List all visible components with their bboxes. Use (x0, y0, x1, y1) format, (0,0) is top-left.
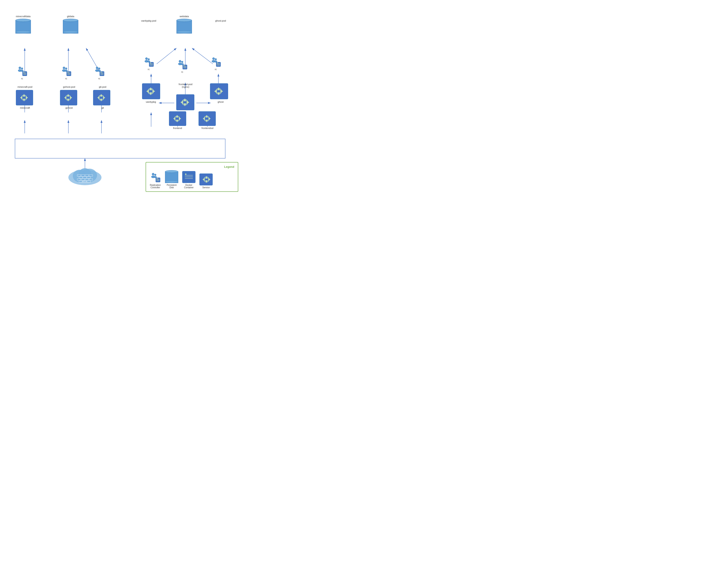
svg-marker-62 (97, 96, 100, 99)
svg-point-83 (217, 62, 218, 63)
webdata-label: webdata (180, 15, 189, 18)
minecraft-rc-icon (16, 66, 28, 77)
gohost-pod-label: gohost-pod (59, 86, 79, 88)
minecraft-svc-label: minecraft (15, 106, 35, 109)
svg-marker-57 (64, 96, 66, 99)
legend-rc-icon (149, 172, 161, 183)
svg-marker-99 (214, 89, 217, 93)
vanitypkg-pod-box (142, 83, 160, 99)
vanitypkg-rc-icon (143, 57, 155, 67)
gohost-rc-label: rc (65, 77, 67, 80)
legend-item-container: DockerContainer (182, 171, 196, 189)
svg-marker-95 (153, 89, 155, 93)
svg-marker-63 (103, 96, 105, 99)
gohost-rc-icon (60, 66, 72, 77)
cloud-icon (65, 161, 105, 187)
svg-point-41 (67, 72, 68, 72)
svg-marker-110 (179, 117, 181, 120)
svg-point-35 (65, 68, 67, 69)
svg-point-33 (63, 67, 65, 69)
legend-item-rc: ReplicationController (149, 172, 161, 189)
git-rc-icon (94, 66, 105, 77)
git-svc-label: git (93, 106, 113, 109)
gohost-svc-label: gohost (59, 106, 79, 109)
frontend-svc-box (169, 111, 186, 126)
svg-point-26 (21, 68, 23, 69)
vanitypkg-rc-label: rc (148, 68, 149, 70)
frontend-pod-label: frontend-pod(nginx) (175, 83, 196, 88)
gohost-svc-label-node: gohost (59, 106, 79, 109)
minecraft-svc-label-node: minecraft (15, 106, 35, 109)
ghost-pod-icon (212, 86, 226, 97)
svg-point-50 (101, 72, 101, 72)
webdata-disk (177, 19, 192, 34)
legend-rc-label: ReplicationController (150, 184, 161, 189)
frontend-pod-box (176, 94, 194, 110)
svg-marker-52 (20, 96, 22, 99)
ghost-pod-label-node: ghost-pod (212, 19, 229, 22)
legend-title: Legend (149, 165, 234, 168)
ghost-pod-label: ghost-pod (212, 19, 229, 22)
git-pod-label: git-pod (93, 86, 113, 88)
frontendssl-svc-box (199, 111, 216, 126)
svg-marker-58 (70, 96, 72, 99)
git-pod-icon (95, 92, 108, 103)
gohost-pod-label-node: gohost-pod (59, 86, 79, 88)
svg-marker-155 (205, 180, 208, 183)
legend-service-icon (199, 173, 213, 185)
gohost-pod-box (60, 90, 77, 105)
svg-point-44 (98, 68, 100, 69)
git-rc-node: rc (94, 66, 105, 80)
git-pod-box (93, 90, 110, 105)
legend-box: Legend ReplicationController (146, 162, 238, 192)
legend-service-label: Service (202, 186, 209, 189)
ghost-svc-label-node: ghost (212, 101, 229, 103)
ghost-svc-label: ghost (212, 101, 229, 103)
minecraftdata-label: minecraftdata (16, 15, 31, 18)
vanitypkg-rc-node: rc (143, 57, 155, 70)
frontend-rc-node: rc (177, 60, 188, 73)
frontendssl-svc-label: frontendssl (197, 127, 218, 129)
minecraft-pod-label-node: minecraft-pod (15, 86, 35, 88)
svg-point-92 (184, 65, 184, 66)
svg-point-74 (150, 62, 151, 63)
git-pod-label-node: git-pod (93, 86, 113, 88)
svg-point-145 (157, 178, 158, 179)
svg-point-84 (179, 60, 181, 62)
vanitypkg-pod-label-node: vanitypkg-pod (138, 19, 160, 22)
svg-point-150 (185, 173, 186, 175)
frontendssl-svc-icon (201, 113, 214, 124)
svg-point-77 (215, 58, 217, 60)
ghost-rc-icon (210, 57, 222, 67)
svg-marker-154 (205, 176, 208, 178)
frontend-svc-label: frontend (169, 127, 186, 129)
minecraft-pod-label: minecraft-pod (15, 86, 35, 88)
svg-point-68 (148, 58, 149, 60)
svg-rect-23 (15, 139, 225, 158)
cloud-node (65, 161, 105, 188)
svg-marker-100 (220, 89, 223, 93)
svg-marker-109 (173, 117, 175, 120)
svg-marker-153 (208, 178, 210, 181)
git-svc-label-node: git (93, 106, 113, 109)
webdata-node: webdata (177, 15, 192, 34)
ghost-pod-box (210, 83, 228, 99)
minecraft-pod-box (16, 90, 33, 105)
vanitypkg-pod-label: vanitypkg-pod (138, 19, 160, 22)
frontend-rc-label: rc (181, 71, 183, 73)
svg-point-137 (152, 173, 154, 175)
git-rc-label: rc (98, 77, 100, 80)
legend-container-svg (184, 173, 194, 182)
svg-marker-152 (203, 178, 205, 181)
legend-disk-label: PersistentDisk (167, 184, 177, 189)
svg-marker-104 (180, 101, 183, 104)
legend-service-svg (201, 175, 211, 184)
legend-disk-icon (165, 170, 178, 183)
svg-point-86 (181, 61, 183, 63)
svg-point-42 (96, 67, 98, 69)
legend-container-label: DockerContainer (184, 184, 194, 189)
minecraftdata-node: minecraftdata (16, 15, 31, 34)
svg-marker-114 (203, 117, 205, 120)
ghost-rc-node: rc (210, 57, 222, 70)
diagram-container: minecraftdata gitdata (0, 0, 243, 196)
